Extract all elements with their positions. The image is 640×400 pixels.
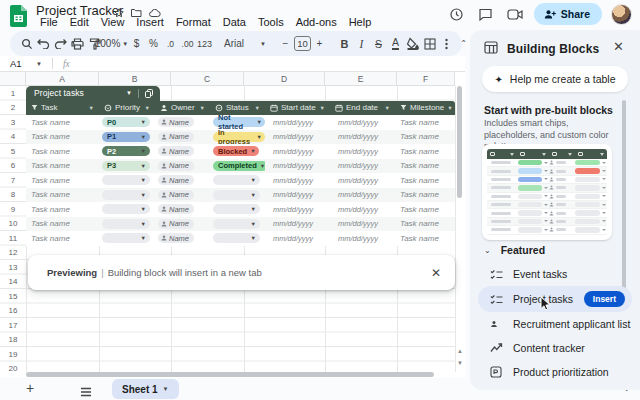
status-cell[interactable]: Blocked▼ — [210, 144, 265, 159]
row-header-2[interactable]: 2 — [0, 101, 26, 116]
borders-icon[interactable] — [421, 34, 438, 53]
owner-cell[interactable]: Name — [155, 144, 210, 159]
sidebar-close-icon[interactable]: ✕ — [613, 39, 624, 54]
owner-cell[interactable]: Name — [155, 115, 210, 130]
status-cell[interactable]: In progress▼ — [210, 130, 265, 145]
milestone-cell[interactable]: Task name — [395, 188, 455, 203]
sheet-tab-active[interactable]: Sheet 1 ▼ — [112, 379, 179, 399]
owner-cell[interactable]: Name — [155, 159, 210, 174]
priority-chip[interactable]: ▼ — [102, 175, 150, 185]
featured-item-event-tasks[interactable]: Event tasks — [478, 262, 632, 286]
print-icon[interactable] — [69, 34, 86, 53]
row-header-18[interactable]: 18 — [0, 333, 26, 348]
owner-chip[interactable]: Name — [158, 132, 194, 142]
start-date-cell[interactable]: mm/dd/yyyy — [265, 188, 330, 203]
start-date-cell[interactable]: mm/dd/yyyy — [265, 231, 330, 246]
help-me-create-table-button[interactable]: ✦ Help me create a table — [482, 66, 628, 92]
row-header-9[interactable]: 9 — [0, 202, 26, 217]
redo-icon[interactable] — [52, 34, 69, 53]
cell-reference-box[interactable]: A1 — [0, 58, 36, 69]
featured-item-product-prioritization[interactable]: Product prioritization — [478, 360, 632, 384]
sheet-tab-caret-icon[interactable]: ▼ — [163, 386, 169, 392]
search-icon[interactable] — [18, 34, 35, 53]
version-history-icon[interactable] — [447, 4, 467, 24]
spreadsheet-grid[interactable]: ABCDEF 1234567891011121314151617181920 P… — [0, 72, 465, 378]
end-date-cell[interactable]: mm/dd/yyyy — [330, 130, 395, 145]
scroll-up-icon[interactable]: ▲ — [457, 348, 463, 354]
row-header-11[interactable]: 11 — [0, 231, 26, 246]
row-header-5[interactable]: 5 — [0, 144, 26, 159]
scroll-down-icon[interactable]: ▼ — [457, 360, 463, 366]
header-caret-icon[interactable]: ▼ — [200, 105, 205, 111]
menu-format[interactable]: Format — [170, 15, 217, 29]
owner-cell[interactable]: Name — [155, 188, 210, 203]
priority-cell[interactable]: ▼ — [99, 217, 155, 232]
status-cell[interactable]: ▼ — [210, 217, 265, 232]
column-header-B[interactable]: B — [99, 72, 171, 85]
increase-decimal-button[interactable]: .00 — [179, 34, 196, 53]
menu-edit[interactable]: Edit — [64, 15, 95, 29]
avatar[interactable] — [611, 4, 632, 25]
start-date-cell[interactable]: mm/dd/yyyy — [265, 217, 330, 232]
decrease-decimal-button[interactable]: .0 — [162, 34, 179, 53]
status-chip[interactable]: In progress▼ — [213, 132, 265, 142]
priority-cell[interactable]: P1▼ — [99, 130, 155, 145]
comments-icon[interactable] — [476, 4, 496, 24]
strikethrough-button[interactable]: S — [370, 34, 387, 53]
featured-section-header[interactable]: ⌄ Featured — [484, 244, 545, 256]
task-cell[interactable]: Task name — [26, 231, 99, 246]
column-header-A[interactable]: A — [26, 72, 99, 85]
header-caret-icon[interactable]: ▼ — [385, 105, 390, 111]
milestone-cell[interactable]: Task name — [395, 115, 455, 130]
meet-video-icon[interactable] — [505, 4, 525, 24]
milestone-cell[interactable]: Task name — [395, 159, 455, 174]
row-header-20[interactable]: 20 — [0, 362, 26, 377]
all-sheets-menu-icon[interactable] — [80, 383, 92, 400]
status-chip[interactable]: ▼ — [213, 175, 260, 185]
owner-chip[interactable]: Name — [158, 190, 194, 200]
task-cell[interactable]: Task name — [26, 144, 99, 159]
featured-item-recruitment-applicant-list[interactable]: Recruitment applicant list — [478, 312, 632, 336]
status-cell[interactable]: ▼ — [210, 231, 265, 246]
format-currency-button[interactable]: $ — [128, 34, 145, 53]
header-caret-icon[interactable]: ▼ — [447, 105, 452, 111]
priority-cell[interactable]: P2▼ — [99, 144, 155, 159]
start-date-cell[interactable]: mm/dd/yyyy — [265, 173, 330, 188]
select-all-corner[interactable] — [0, 72, 26, 85]
end-date-cell[interactable]: mm/dd/yyyy — [330, 144, 395, 159]
end-date-cell[interactable]: mm/dd/yyyy — [330, 188, 395, 203]
start-date-cell[interactable]: mm/dd/yyyy — [265, 159, 330, 174]
status-cell[interactable]: ▼ — [210, 202, 265, 217]
italic-button[interactable]: I — [353, 34, 370, 53]
menu-file[interactable]: File — [34, 15, 64, 29]
owner-chip[interactable]: Name — [158, 219, 194, 229]
owner-cell[interactable]: Name — [155, 217, 210, 232]
column-header-F[interactable]: F — [397, 72, 455, 85]
menu-addons[interactable]: Add-ons — [290, 15, 343, 29]
format-percent-button[interactable]: % — [145, 34, 162, 53]
row-header-7[interactable]: 7 — [0, 173, 26, 188]
start-date-cell[interactable]: mm/dd/yyyy — [265, 130, 330, 145]
priority-cell[interactable]: ▼ — [99, 202, 155, 217]
milestone-cell[interactable]: Task name — [395, 144, 455, 159]
increase-font-size-button[interactable]: + — [311, 34, 328, 53]
priority-chip[interactable]: P2▼ — [102, 146, 150, 156]
status-cell[interactable]: ▼ — [210, 173, 265, 188]
priority-chip[interactable]: ▼ — [102, 204, 150, 214]
table-menu-caret-icon[interactable]: ▼ — [126, 90, 132, 96]
table-header-start-date[interactable]: Start date▼ — [265, 101, 330, 116]
prebuilt-block-preview-card[interactable] — [482, 144, 612, 240]
end-date-cell[interactable]: mm/dd/yyyy — [330, 217, 395, 232]
toast-close-icon[interactable]: ✕ — [431, 266, 441, 280]
chevron-down-icon[interactable]: ⌄ — [484, 246, 491, 255]
decrease-font-size-button[interactable]: − — [277, 34, 294, 53]
add-sheet-button[interactable]: + — [26, 380, 34, 396]
number-format-button[interactable]: 123 — [196, 34, 213, 53]
row-header-8[interactable]: 8 — [0, 188, 26, 203]
priority-cell[interactable]: ▼ — [99, 188, 155, 203]
end-date-cell[interactable]: mm/dd/yyyy — [330, 231, 395, 246]
priority-chip[interactable]: P3▼ — [102, 161, 150, 171]
column-header-C[interactable]: C — [171, 72, 244, 85]
row-header-4[interactable]: 4 — [0, 130, 26, 145]
row-header-12[interactable]: 12 — [0, 246, 26, 261]
